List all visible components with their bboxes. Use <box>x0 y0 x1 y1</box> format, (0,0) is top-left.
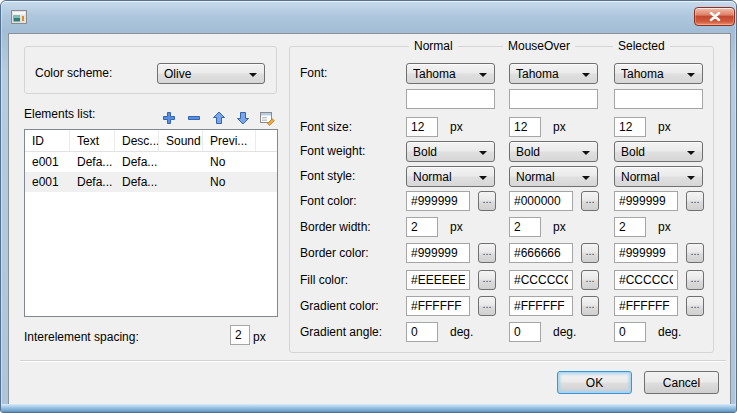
border-width-input-mouseover[interactable] <box>509 217 541 237</box>
window-bottom-frame <box>1 404 736 412</box>
interelement-spacing-input[interactable] <box>230 325 250 345</box>
cancel-button[interactable]: Cancel <box>644 371 719 394</box>
gradient-color-input-mouseover[interactable] <box>509 296 573 316</box>
table-cell <box>256 152 277 172</box>
custom-text-input-normal[interactable] <box>406 89 495 109</box>
border-width-input-selected[interactable] <box>614 217 646 237</box>
font-color-input-mouseover[interactable] <box>509 191 573 211</box>
font-color-picker-button-selected[interactable]: ... <box>686 191 704 211</box>
edit-properties-icon[interactable] <box>259 110 275 126</box>
fill-color-input-normal[interactable] <box>406 270 470 290</box>
list-column-header[interactable]: Sound <box>159 130 203 151</box>
close-icon <box>709 12 721 22</box>
chevron-down-icon <box>582 151 590 155</box>
titlebar[interactable] <box>1 1 736 32</box>
font-combobox-mouseover[interactable]: Tahoma <box>509 63 598 84</box>
table-cell: No <box>203 152 256 172</box>
font-style-combobox-mouseover[interactable]: Normal <box>509 166 598 187</box>
custom-text-input-mouseover[interactable] <box>509 89 598 109</box>
list-column-header[interactable]: Desc... <box>115 130 159 151</box>
font-weight-value-selected: Bold <box>621 145 645 159</box>
fill-color-picker-button-normal[interactable]: ... <box>478 270 496 290</box>
font-weight-combobox-normal[interactable]: Bold <box>406 141 495 162</box>
states-group: Normal MouseOver Selected Font:TahomaTah… <box>289 46 714 353</box>
font-weight-combobox-mouseover[interactable]: Bold <box>509 141 598 162</box>
font-color-input-selected[interactable] <box>614 191 678 211</box>
gradient-color-input-normal[interactable] <box>406 296 470 316</box>
font-size-input-selected[interactable] <box>614 117 646 137</box>
gradient-color-picker-button-mouseover[interactable]: ... <box>581 296 599 316</box>
table-cell <box>159 152 203 172</box>
custom-text-input-selected[interactable] <box>614 89 703 109</box>
gradient-angle-input-selected[interactable] <box>614 322 646 342</box>
border-color-input-normal[interactable] <box>406 243 470 263</box>
font-combobox-normal[interactable]: Tahoma <box>406 63 495 84</box>
gradient-color-input-selected[interactable] <box>614 296 678 316</box>
remove-icon[interactable] <box>186 110 202 126</box>
table-row[interactable]: e001Defa...Defa...No <box>25 152 277 172</box>
fill-color-input-selected[interactable] <box>614 270 678 290</box>
ok-button[interactable]: OK <box>557 371 632 394</box>
list-column-header[interactable]: ID <box>25 130 70 151</box>
border-color-input-mouseover[interactable] <box>509 243 573 263</box>
fill-color-picker-button-selected[interactable]: ... <box>686 270 704 290</box>
border-color-label: Border color: <box>300 246 369 260</box>
list-column-header[interactable]: Previ... <box>203 130 256 151</box>
elements-list: IDTextDesc...SoundPrevi... e001Defa...De… <box>24 129 278 317</box>
font-value-normal: Tahoma <box>413 67 456 81</box>
chevron-down-icon <box>687 176 695 180</box>
border-color-picker-button-selected[interactable]: ... <box>686 243 704 263</box>
footer-separator <box>20 360 726 362</box>
chevron-down-icon <box>582 73 590 77</box>
font-color-picker-button-normal[interactable]: ... <box>478 191 496 211</box>
fill-color-picker-button-mouseover[interactable]: ... <box>581 270 599 290</box>
fill-color-input-mouseover[interactable] <box>509 270 573 290</box>
font-style-value-selected: Normal <box>621 170 660 184</box>
gradient-color-picker-button-selected[interactable]: ... <box>686 296 704 316</box>
gradient-color-picker-button-normal[interactable]: ... <box>478 296 496 316</box>
font-combobox-selected[interactable]: Tahoma <box>614 63 703 84</box>
font-value-selected: Tahoma <box>621 67 664 81</box>
add-icon[interactable] <box>161 110 177 126</box>
move-down-icon[interactable] <box>235 110 251 126</box>
font-weight-value-normal: Bold <box>413 145 437 159</box>
font-value-mouseover: Tahoma <box>516 67 559 81</box>
font-label: Font: <box>300 66 327 80</box>
font-color-picker-button-mouseover[interactable]: ... <box>581 191 599 211</box>
table-cell: Defa... <box>70 172 115 192</box>
font-weight-combobox-selected[interactable]: Bold <box>614 141 703 162</box>
border-color-picker-button-mouseover[interactable]: ... <box>581 243 599 263</box>
font-size-input-normal[interactable] <box>406 117 438 137</box>
font-style-combobox-normal[interactable]: Normal <box>406 166 495 187</box>
list-column-header[interactable] <box>256 130 277 151</box>
move-up-icon[interactable] <box>211 110 227 126</box>
font-size-unit-mouseover: px <box>553 120 566 134</box>
list-column-header[interactable]: Text <box>70 130 115 151</box>
font-style-combobox-selected[interactable]: Normal <box>614 166 703 187</box>
gradient-angle-input-mouseover[interactable] <box>509 322 541 342</box>
font-color-input-normal[interactable] <box>406 191 470 211</box>
interelement-spacing-label: Interelement spacing: <box>24 330 139 344</box>
close-button[interactable] <box>694 7 735 26</box>
gradient-angle-label: Gradient angle: <box>300 325 382 339</box>
elements-list-header[interactable]: IDTextDesc...SoundPrevi... <box>25 130 277 152</box>
border-width-input-normal[interactable] <box>406 217 438 237</box>
fill-color-label: Fill color: <box>300 273 348 287</box>
table-cell: Defa... <box>70 152 115 172</box>
chevron-down-icon <box>582 176 590 180</box>
chevron-down-icon <box>479 73 487 77</box>
state-header-mouseover: MouseOver <box>503 39 575 53</box>
font-weight-value-mouseover: Bold <box>516 145 540 159</box>
border-color-picker-button-normal[interactable]: ... <box>478 243 496 263</box>
color-scheme-combobox[interactable]: Olive <box>157 63 265 84</box>
chevron-down-icon <box>479 151 487 155</box>
gradient-angle-input-normal[interactable] <box>406 322 438 342</box>
table-cell: e001 <box>25 152 70 172</box>
font-color-label: Font color: <box>300 194 357 208</box>
table-cell: Defa... <box>115 152 159 172</box>
interelement-spacing-unit: px <box>253 330 266 344</box>
table-cell: e001 <box>25 172 70 192</box>
border-color-input-selected[interactable] <box>614 243 678 263</box>
font-size-input-mouseover[interactable] <box>509 117 541 137</box>
table-row[interactable]: e001Defa...Defa...No <box>25 172 277 192</box>
